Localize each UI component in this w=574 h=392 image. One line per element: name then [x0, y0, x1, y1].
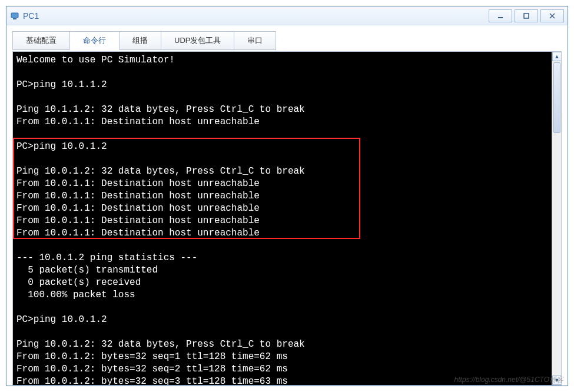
body-area: 基础配置 命令行 组播 UDP发包工具 串口 Welcome to use PC… — [6, 25, 568, 386]
tab-bar: 基础配置 命令行 组播 UDP发包工具 串口 — [12, 31, 562, 50]
tab-udp-tool[interactable]: UDP发包工具 — [161, 31, 234, 50]
terminal-scrollbar[interactable]: ▲ ▼ — [552, 52, 561, 385]
window-title: PC1 — [23, 11, 39, 21]
app-window: PC1 基础配置 命令行 组播 UDP发包工具 串口 Welcome to us… — [6, 6, 568, 386]
close-button[interactable] — [540, 9, 564, 22]
svg-rect-0 — [11, 13, 18, 18]
svg-rect-1 — [13, 18, 16, 19]
tab-serial[interactable]: 串口 — [234, 31, 276, 50]
scroll-thumb[interactable] — [553, 62, 560, 133]
app-icon — [10, 11, 19, 21]
tab-multicast[interactable]: 组播 — [119, 31, 161, 50]
titlebar: PC1 — [6, 6, 568, 25]
scroll-up-arrow[interactable]: ▲ — [552, 52, 562, 61]
tab-basic-config[interactable]: 基础配置 — [12, 31, 70, 50]
tab-command-line[interactable]: 命令行 — [69, 31, 120, 50]
terminal-panel: Welcome to use PC Simulator! PC>ping 10.… — [12, 51, 562, 386]
svg-rect-3 — [524, 14, 529, 18]
terminal-output[interactable]: Welcome to use PC Simulator! PC>ping 10.… — [13, 52, 552, 385]
scroll-down-arrow[interactable]: ▼ — [552, 376, 562, 385]
minimize-button[interactable] — [489, 9, 512, 22]
maximize-button[interactable] — [515, 9, 538, 22]
